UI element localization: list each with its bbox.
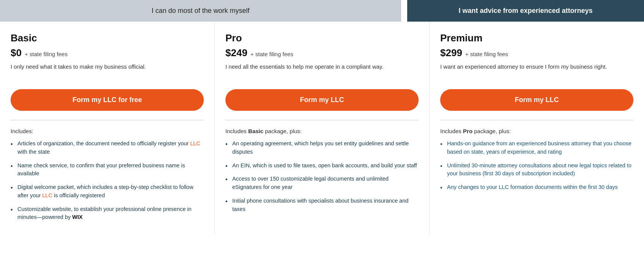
pro-cta-button[interactable]: Form my LLC xyxy=(225,89,419,111)
list-item: Unlimited 30-minute attorney consultatio… xyxy=(440,162,633,178)
premium-feature-list: Hands-on guidance from an experienced bu… xyxy=(440,140,633,192)
pro-divider xyxy=(225,120,419,120)
plan-basic: Basic $0 + state filing fees I only need… xyxy=(0,22,215,234)
header-attorney-banner: I want advice from experienced attorneys xyxy=(407,0,644,22)
page-wrapper: I can do most of the work myself I want … xyxy=(0,0,644,269)
list-item: Articles of organization, the document n… xyxy=(11,140,204,156)
premium-description: I want an experienced attorney to ensure… xyxy=(440,63,633,81)
premium-price-suffix: + state filing fees xyxy=(465,51,508,57)
list-item: An operating agreement, which helps you … xyxy=(225,140,419,156)
list-item: Name check service, to confirm that your… xyxy=(11,162,204,178)
plan-pro: Pro $249 + state filing fees I need all … xyxy=(215,22,430,234)
premium-plan-name: Premium xyxy=(440,32,633,44)
header-gap xyxy=(401,0,407,22)
header-attorney-label: I want advice from experienced attorneys xyxy=(458,7,592,15)
basic-feature-list: Articles of organization, the document n… xyxy=(11,140,204,222)
pro-includes-label: Includes Basic package, plus: xyxy=(225,128,419,134)
plans-row: Basic $0 + state filing fees I only need… xyxy=(0,22,644,234)
basic-description: I only need what it takes to make my bus… xyxy=(11,63,204,81)
pro-description: I need all the essentials to help me ope… xyxy=(225,63,419,81)
premium-divider xyxy=(440,120,633,120)
premium-cta-button[interactable]: Form my LLC xyxy=(440,89,633,111)
list-item: An EIN, which is used to file taxes, ope… xyxy=(225,162,419,170)
basic-price-row: $0 + state filing fees xyxy=(11,47,204,59)
list-item: Access to over 150 customizable legal do… xyxy=(225,175,419,192)
list-item: Any changes to your LLC formation docume… xyxy=(440,183,633,192)
list-item: Initial phone consultations with special… xyxy=(225,197,419,214)
list-item: Digital welcome packet, which includes a… xyxy=(11,183,204,200)
basic-includes-label: Includes: xyxy=(11,128,204,134)
basic-price: $0 xyxy=(11,47,22,59)
header-self-banner: I can do most of the work myself xyxy=(0,0,401,22)
pro-price: $249 xyxy=(225,47,247,59)
basic-plan-name: Basic xyxy=(11,32,204,44)
list-item: Hands-on guidance from an experienced bu… xyxy=(440,140,633,156)
pro-feature-list: An operating agreement, which helps you … xyxy=(225,140,419,213)
premium-price-row: $299 + state filing fees xyxy=(440,47,633,59)
premium-includes-label: Includes Pro package, plus: xyxy=(440,128,633,134)
basic-divider xyxy=(11,120,204,120)
list-item: Customizable website, to establish your … xyxy=(11,205,204,222)
pro-price-row: $249 + state filing fees xyxy=(225,47,419,59)
basic-cta-button[interactable]: Form my LLC for free xyxy=(11,89,204,111)
header-self-label: I can do most of the work myself xyxy=(151,7,249,15)
pro-price-suffix: + state filing fees xyxy=(250,51,293,57)
pro-plan-name: Pro xyxy=(225,32,419,44)
header-row: I can do most of the work myself I want … xyxy=(0,0,644,22)
plan-premium: Premium $299 + state filing fees I want … xyxy=(430,22,644,234)
basic-price-suffix: + state filing fees xyxy=(25,51,68,57)
premium-price: $299 xyxy=(440,47,462,59)
